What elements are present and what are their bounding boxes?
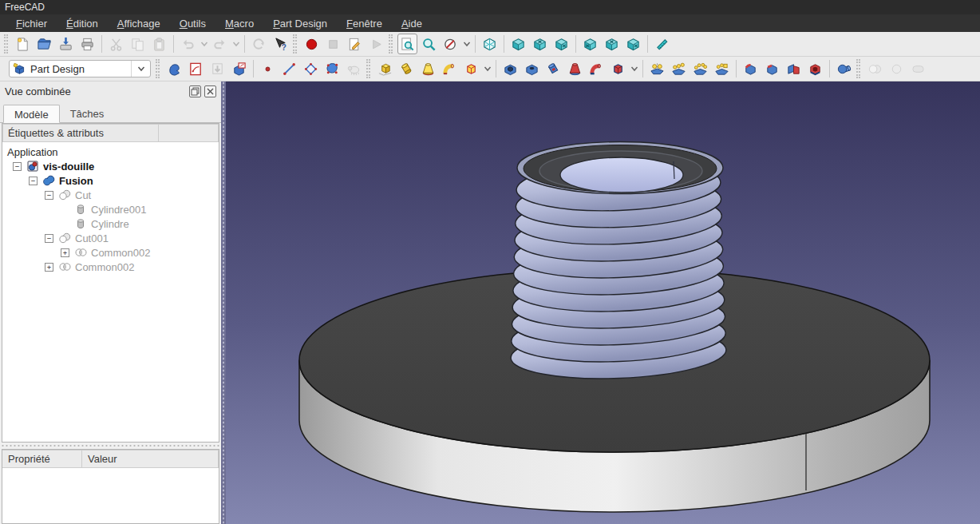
view-front-button[interactable] (508, 34, 528, 54)
collapse-icon[interactable]: − (45, 191, 53, 200)
menu-fichier[interactable]: Fichier (6, 16, 57, 31)
subtractive-loft-button[interactable] (565, 58, 585, 79)
fillet-button[interactable] (741, 58, 761, 79)
edit-macro-button[interactable] (345, 34, 365, 54)
menu--dition[interactable]: Édition (57, 16, 108, 31)
boolean-operation-button[interactable] (834, 58, 854, 79)
collapse-icon[interactable]: − (13, 162, 22, 171)
tree-header-label[interactable]: Étiquettes & attributs (2, 124, 159, 142)
chamfer-button[interactable] (762, 58, 782, 79)
toolbar-grip[interactable] (156, 59, 160, 78)
tree-item-label: Application (7, 146, 58, 158)
draw-style-button[interactable] (441, 34, 460, 54)
workbench-selector[interactable]: Part Design (9, 60, 151, 77)
workbench-dropdown[interactable] (131, 61, 150, 77)
tree-item-cylindre[interactable]: Cylindre (2, 216, 219, 231)
tab-taches[interactable]: Tâches (60, 105, 115, 123)
create-sketch-button[interactable] (186, 58, 206, 79)
tree-item-cut001[interactable]: −Cut001 (2, 231, 219, 245)
revolution-button[interactable] (397, 58, 417, 79)
whats-this-button[interactable]: ? (271, 34, 290, 54)
pocket-button[interactable] (500, 58, 520, 79)
create-body-button[interactable] (164, 58, 184, 79)
mirrored-button[interactable] (647, 58, 667, 79)
datum-plane-button[interactable] (301, 58, 321, 79)
play-macro-icon (369, 37, 384, 52)
view-left-button[interactable] (623, 34, 643, 54)
subtractive-pipe-icon (589, 62, 604, 77)
record-macro-button[interactable] (302, 34, 322, 54)
view-axonometric-icon (482, 37, 497, 52)
menu-aide[interactable]: Aide (392, 16, 432, 31)
tree-item-common002[interactable]: +Common002 (2, 245, 219, 260)
redo-icon (212, 37, 227, 52)
polar-pattern-icon (693, 62, 708, 77)
linear-pattern-icon (671, 62, 686, 77)
hole-button[interactable] (522, 58, 542, 79)
expand-icon[interactable]: + (45, 263, 53, 272)
tree-item-cylindre001[interactable]: Cylindre001 (2, 202, 219, 216)
tree-item-cut[interactable]: −Cut (2, 188, 219, 202)
toolbar-grip[interactable] (4, 34, 8, 54)
open-folder-button[interactable] (34, 34, 54, 54)
boss-top-cap[interactable] (517, 142, 723, 194)
toolbar-grip[interactable] (293, 34, 297, 54)
view-bottom-button[interactable] (602, 34, 622, 54)
paste-button (149, 34, 169, 54)
shape-binder-button[interactable] (322, 58, 342, 79)
view-rear-button[interactable] (580, 34, 600, 54)
additive-box-button[interactable] (461, 58, 481, 79)
toolbar-grip[interactable] (366, 59, 370, 78)
tree-property-splitter[interactable] (0, 443, 221, 449)
zoom-in-button[interactable] (419, 34, 439, 54)
tree-item-application[interactable]: Application (2, 145, 219, 159)
menu-part-design[interactable]: Part Design (263, 16, 337, 31)
float-panel-button[interactable] (189, 85, 201, 97)
measure-button[interactable] (652, 34, 672, 54)
thickness-button[interactable] (805, 58, 825, 79)
multi-transform-button[interactable] (712, 58, 732, 79)
polar-pattern-button[interactable] (690, 58, 710, 79)
new-document-button[interactable] (13, 34, 33, 54)
menu-outils[interactable]: Outils (170, 16, 215, 31)
collapse-icon[interactable]: − (45, 234, 53, 243)
datum-point-button[interactable] (258, 58, 278, 79)
menu-macro[interactable]: Macro (215, 16, 263, 31)
fit-all-button[interactable] (397, 34, 417, 54)
view-right-button[interactable] (551, 34, 571, 54)
tab-modele[interactable]: Modèle (3, 105, 60, 123)
datum-line-button[interactable] (279, 58, 299, 79)
tree-item-vis-douille[interactable]: −vis-douille (2, 159, 219, 173)
print-button[interactable] (77, 34, 97, 54)
tree-item-common002[interactable]: +Common002 (2, 260, 219, 274)
expand-icon[interactable]: + (61, 248, 69, 257)
property-column-label[interactable]: Propriété (2, 450, 82, 468)
draft-button[interactable] (784, 58, 804, 79)
pad-button[interactable] (375, 58, 395, 79)
toolbar-grip[interactable] (389, 34, 393, 54)
map-sketch-button[interactable] (229, 58, 249, 79)
additive-loft-button[interactable] (418, 58, 438, 79)
menu-fen-tre[interactable]: Fenêtre (337, 16, 392, 31)
collapse-icon[interactable]: − (29, 177, 38, 185)
value-column-label[interactable]: Valeur (82, 450, 219, 468)
menu-affichage[interactable]: Affichage (108, 16, 170, 31)
linear-pattern-button[interactable] (669, 58, 689, 79)
subtractive-pipe-button[interactable] (587, 58, 607, 79)
groove-button[interactable] (543, 58, 563, 79)
toolbar-grip[interactable] (856, 59, 860, 78)
tree-item-fusion[interactable]: −Fusion (2, 173, 219, 188)
stop-macro-button (323, 34, 343, 54)
view-axonometric-button[interactable] (480, 34, 500, 54)
property-editor: Propriété Valeur (2, 449, 219, 524)
dropdown-chevron-icon[interactable] (482, 58, 492, 79)
freecad-document-icon (26, 160, 39, 173)
close-panel-button[interactable] (204, 85, 216, 97)
dropdown-chevron-icon[interactable] (629, 58, 639, 79)
save-button[interactable] (56, 34, 76, 54)
additive-pipe-button[interactable] (440, 58, 460, 79)
dropdown-chevron-icon[interactable] (461, 34, 472, 54)
view-top-button[interactable] (530, 34, 550, 54)
3d-viewport[interactable] (226, 81, 980, 524)
subtractive-box-button[interactable] (608, 58, 628, 79)
